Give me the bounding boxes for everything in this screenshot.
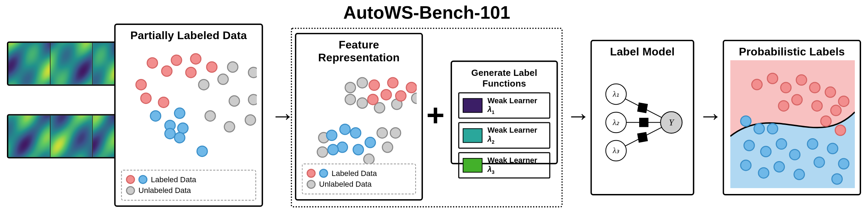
data-point-blue [340, 124, 350, 134]
plus-icon: + [426, 100, 444, 131]
data-point-red [381, 89, 391, 100]
data-point-blue [150, 111, 161, 121]
svg-rect-6 [639, 118, 649, 127]
arrow-icon: → [566, 104, 590, 128]
data-point-red [835, 125, 845, 135]
legend-dot-red [307, 169, 316, 178]
panel-partially-labeled: Partially Labeled Data Labeled Data Unla… [114, 24, 263, 207]
heatmap-canvas [51, 115, 92, 157]
swatch-icon [463, 128, 483, 143]
data-point-blue [353, 144, 364, 155]
panel-label-model: Label Model λ₁ λ₂ λ₃ Y [590, 40, 694, 195]
legend-dot-blue [319, 169, 328, 178]
data-point-red [779, 101, 789, 111]
data-point-red [207, 62, 217, 72]
data-point-blue [741, 160, 751, 170]
swatch-icon [463, 158, 483, 173]
data-point-blue [761, 147, 771, 157]
legend-unlabeled-text: Unlabeled Data [319, 179, 372, 189]
data-point-blue [776, 139, 787, 149]
legend-unlabeled-text: Unlabeled Data [138, 185, 191, 196]
panel-title-label-model: Label Model [598, 45, 687, 58]
svg-rect-5 [637, 103, 648, 113]
panel-title-prob: Probabilistic Labels [730, 45, 853, 58]
data-point-blue [807, 139, 818, 149]
data-point-grey [229, 96, 240, 106]
legend-dot-red [126, 175, 135, 184]
data-point-grey [249, 67, 257, 78]
panel-probabilistic-labels: Probabilistic Labels [723, 40, 861, 195]
scatter-feature [303, 66, 417, 167]
data-point-blue [741, 116, 751, 126]
weak-learner-label: Weak Learner λ1 [487, 96, 546, 115]
data-point-red [781, 82, 791, 93]
legend-labeled-text: Labeled Data [331, 168, 377, 179]
data-point-red [141, 93, 151, 104]
data-point-red [158, 97, 169, 107]
data-point-grey [317, 147, 328, 157]
data-point-blue [328, 144, 338, 155]
data-point-blue [165, 129, 175, 139]
data-point-red [792, 95, 802, 105]
data-point-blue [814, 157, 824, 167]
panel-title-genlf: Generate Label Functions [458, 68, 550, 89]
legend-dot-grey [126, 186, 135, 195]
data-point-grey [357, 98, 367, 108]
legend-dot-blue [138, 175, 147, 184]
weak-learner-1: Weak Learner λ1 [458, 92, 550, 119]
swatch-icon [463, 98, 483, 113]
data-point-grey [390, 128, 401, 138]
factor-graph: λ₁ λ₂ λ₃ Y [598, 60, 688, 185]
data-point-grey [364, 154, 374, 165]
data-point-grey [224, 122, 235, 132]
weak-learner-label: Weak Learner λ3 [487, 156, 546, 175]
data-point-blue [744, 140, 754, 151]
legend-unlabeled-row: Unlabeled Data [126, 185, 251, 196]
data-point-blue [365, 137, 375, 148]
legend-partial: Labeled Data Unlabeled Data [121, 170, 256, 201]
weak-learner-3: Weak Learner λ3 [458, 152, 550, 178]
data-point-red [796, 75, 807, 85]
weak-learner-2: Weak Learner λ2 [458, 122, 550, 149]
data-point-red [752, 79, 762, 90]
panel-title-partially-labeled: Partially Labeled Data [122, 29, 255, 42]
data-point-grey [218, 74, 228, 85]
data-point-blue [794, 169, 805, 180]
data-point-blue [767, 124, 778, 134]
data-point-grey [411, 93, 417, 104]
data-point-grey [377, 128, 388, 138]
data-point-red [812, 101, 822, 111]
legend-dot-grey [307, 180, 316, 189]
data-point-red [839, 96, 849, 106]
panel-title-feature: Feature Representation [303, 38, 415, 64]
data-point-red [162, 66, 172, 76]
data-point-blue [327, 130, 337, 141]
data-point-grey [249, 95, 257, 105]
main-title: AutoWS-Bench-101 [337, 2, 517, 23]
data-point-grey [205, 111, 215, 121]
data-point-blue [839, 159, 849, 169]
heatmap-canvas [51, 43, 92, 85]
weak-learner-label: Weak Learner λ2 [487, 126, 546, 145]
data-point-red [369, 80, 380, 90]
panel-feature-representation: Feature Representation Labeled Data Unla… [295, 33, 423, 201]
data-point-red [388, 78, 398, 88]
legend-unlabeled-row: Unlabeled Data [307, 179, 411, 189]
data-point-red [831, 105, 841, 116]
data-point-red [396, 91, 406, 101]
arrow-icon: → [698, 104, 723, 128]
data-point-red [368, 94, 378, 105]
data-point-red [136, 79, 146, 90]
legend-labeled-row: Labeled Data [126, 175, 251, 185]
heatmap-canvas [8, 43, 50, 85]
svg-rect-7 [637, 132, 648, 143]
weak-learner-list: Weak Learner λ1Weak Learner λ2Weak Learn… [458, 92, 550, 179]
thumb-red-2 [51, 43, 93, 85]
data-point-blue [827, 143, 838, 154]
data-point-grey [345, 82, 356, 93]
data-point-grey [199, 79, 209, 90]
legend-labeled-row: Labeled Data [307, 168, 411, 179]
data-point-grey [245, 115, 255, 125]
thumb-blue-1 [8, 115, 51, 157]
lambda-label-3: λ₃ [613, 146, 620, 155]
